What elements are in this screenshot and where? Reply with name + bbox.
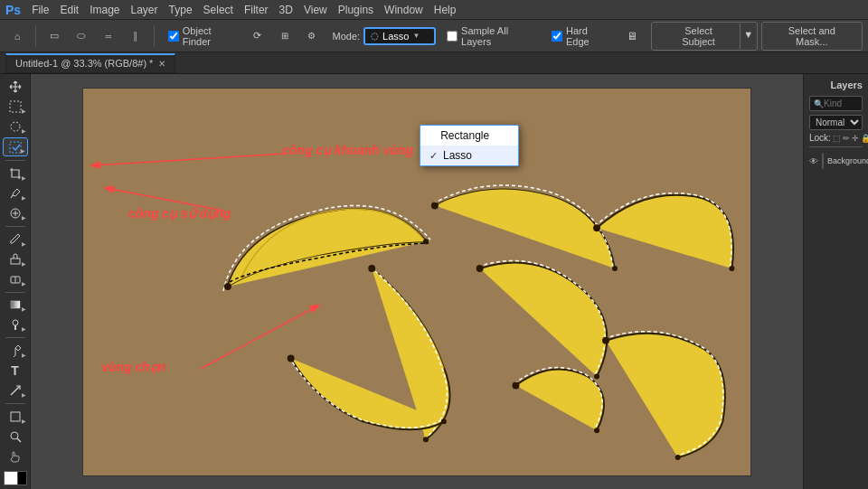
hand-tool-button[interactable] <box>3 447 28 465</box>
single-row-button[interactable]: ═ <box>97 24 120 48</box>
canvas-wrapper: công cụ khoanh vùng công c <box>82 88 751 476</box>
lock-all-icon[interactable]: 🔒 <box>861 134 868 143</box>
canvas-area: Rectangle ✓ Lasso <box>31 74 803 489</box>
rect-marquee-button[interactable]: ▭ <box>42 24 66 48</box>
layers-panel-title: Layers <box>809 80 863 90</box>
app-icon: Ps <box>5 3 21 17</box>
svg-rect-0 <box>10 101 21 112</box>
menu-bar: Ps File Edit Image Layer Type Select Fil… <box>0 0 868 20</box>
lasso-tool-button[interactable]: ▶ <box>3 118 28 136</box>
svg-point-16 <box>224 282 231 289</box>
stamp-tool-button[interactable]: ▶ <box>3 250 28 268</box>
shape-tool-button[interactable]: ▶ <box>3 408 28 426</box>
svg-point-9 <box>13 320 18 325</box>
object-finder-label: Object Finder <box>183 25 242 47</box>
move-tool-button[interactable] <box>3 78 28 96</box>
eyedropper-tool-button[interactable]: ▶ <box>3 184 28 202</box>
menu-layer[interactable]: Layer <box>131 4 158 16</box>
eyedropper-corner-arrow: ▶ <box>22 194 26 201</box>
svg-rect-2 <box>10 142 21 153</box>
settings-button[interactable]: ⊞ <box>273 24 297 48</box>
main-area: ▶ ▶ ▶ ▶ ▶ ▶ ▶ ▶ <box>0 74 868 489</box>
lock-transparent-icon[interactable]: ⬚ <box>833 134 841 143</box>
menu-image[interactable]: Image <box>90 4 119 16</box>
ellipse-marquee-button[interactable]: ⬭ <box>70 24 93 48</box>
color-swatch[interactable] <box>4 471 27 485</box>
dodge-corner-arrow: ▶ <box>22 325 26 332</box>
home-button[interactable]: ⌂ <box>5 24 29 48</box>
mode-rectangle-check <box>429 130 435 141</box>
svg-point-17 <box>423 239 429 244</box>
select-subject-dropdown-button[interactable]: ▼ <box>741 23 757 46</box>
menu-help[interactable]: Help <box>434 4 457 16</box>
menu-view[interactable]: View <box>304 4 327 16</box>
sample-all-layers-checkbox[interactable] <box>447 31 458 42</box>
svg-point-20 <box>593 224 600 231</box>
mode-lasso-check: ✓ <box>429 150 438 162</box>
layer-thumbnail <box>822 153 824 169</box>
mode-dropdown[interactable]: ◌ Lasso ▼ <box>363 27 436 45</box>
left-toolbar-sep-2 <box>5 226 25 227</box>
layers-search-input[interactable] <box>824 99 860 108</box>
blend-mode-row: Normal <box>809 115 863 130</box>
dodge-tool-button[interactable]: ▶ <box>3 315 28 334</box>
object-select-tool-button[interactable]: ▶ <box>3 137 28 156</box>
blend-mode-select[interactable]: Normal <box>809 115 863 130</box>
menu-window[interactable]: Window <box>384 4 423 16</box>
single-col-button[interactable]: ║ <box>124 24 147 48</box>
eraser-tool-button[interactable]: ▶ <box>3 270 28 288</box>
brush-corner-arrow: ▶ <box>22 240 26 247</box>
left-toolbar-sep-5 <box>5 403 25 404</box>
menu-select[interactable]: Select <box>203 4 233 16</box>
menu-file[interactable]: File <box>32 4 49 16</box>
layer-name: Background <box>827 156 868 165</box>
stamp-corner-arrow: ▶ <box>22 260 26 267</box>
refresh-button[interactable]: ⟳ <box>246 24 269 48</box>
mode-option-rectangle[interactable]: Rectangle <box>420 126 518 146</box>
right-panel: Layers 🔍 Normal Lock: ⬚ ✏ ✛ 🔒 👁 Backgrou… <box>803 74 868 489</box>
lock-pixels-icon[interactable]: ✏ <box>843 134 850 143</box>
svg-point-13 <box>11 432 18 439</box>
canvas-image <box>83 89 750 475</box>
search-icon: 🔍 <box>814 99 824 108</box>
mode-value: Lasso <box>382 31 409 42</box>
monitor-button[interactable]: 🖥 <box>620 24 644 48</box>
left-toolbar-sep-3 <box>5 292 25 293</box>
healing-tool-button[interactable]: ▶ <box>3 204 28 222</box>
gradient-tool-button[interactable]: ▶ <box>3 296 28 314</box>
hard-edge-checkbox[interactable] <box>552 31 562 42</box>
crop-corner-arrow: ▶ <box>22 174 26 181</box>
marquee-tool-button[interactable]: ▶ <box>3 98 28 116</box>
mode-option-lasso[interactable]: ✓ Lasso <box>420 146 518 165</box>
tab-label: Untitled-1 @ 33.3% (RGB/8#) * <box>15 58 153 69</box>
tab-close-button[interactable]: ✕ <box>158 59 165 69</box>
menu-plugins[interactable]: Plugins <box>338 4 373 16</box>
document-tab[interactable]: Untitled-1 @ 33.3% (RGB/8#) * ✕ <box>5 53 175 73</box>
eraser-corner-arrow: ▶ <box>22 280 26 287</box>
svg-point-24 <box>476 265 484 272</box>
svg-point-1 <box>11 122 20 131</box>
menu-edit[interactable]: Edit <box>60 4 79 16</box>
select-subject-button[interactable]: Select Subject <box>657 23 740 50</box>
menu-type[interactable]: Type <box>169 4 193 16</box>
menu-filter[interactable]: Filter <box>244 4 269 16</box>
crop-tool-button[interactable]: ▶ <box>3 165 28 183</box>
layer-item-background[interactable]: 👁 Background 🔒 <box>809 151 863 171</box>
object-finder-checkbox[interactable] <box>168 31 179 42</box>
more-button[interactable]: ⚙ <box>300 24 324 48</box>
pen-tool-button[interactable]: ▶ <box>3 342 28 360</box>
select-mask-button[interactable]: Select and Mask... <box>761 22 863 51</box>
type-tool-button[interactable]: T <box>3 362 28 380</box>
path-select-button[interactable]: ▶ <box>3 381 28 400</box>
left-toolbar-sep-4 <box>5 337 25 338</box>
zoom-tool-button[interactable] <box>3 428 28 446</box>
brush-tool-button[interactable]: ▶ <box>3 230 28 248</box>
menu-3d[interactable]: 3D <box>279 4 293 16</box>
svg-rect-12 <box>11 412 20 421</box>
lock-position-icon[interactable]: ✛ <box>852 134 859 143</box>
healing-corner-arrow: ▶ <box>22 214 26 221</box>
toolbar-separator-1 <box>35 25 36 47</box>
mode-label: Mode: <box>333 31 361 42</box>
layer-visibility-icon[interactable]: 👁 <box>809 156 818 166</box>
shape-corner-arrow: ▶ <box>22 418 26 424</box>
